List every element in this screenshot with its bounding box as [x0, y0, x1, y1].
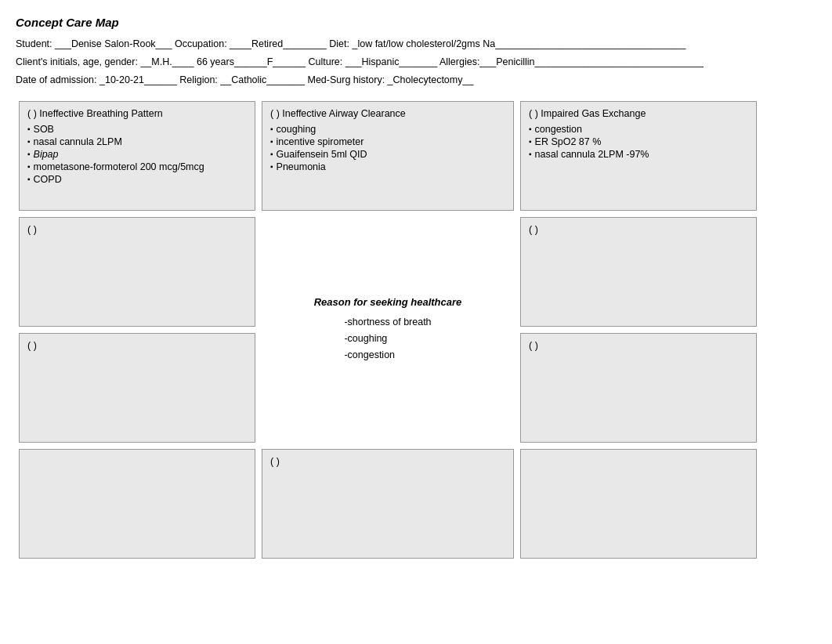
card-empty-4right: [520, 449, 757, 559]
card3-item1: congestion: [529, 124, 748, 135]
reason-items: -shortness of breath -coughing -congesti…: [344, 314, 431, 364]
card1-item2: nasal cannula 2LPM: [27, 136, 247, 147]
reason-item1: -shortness of breath: [344, 314, 431, 331]
client-line: Client's initials, age, gender: __M.H.__…: [16, 55, 816, 70]
card-empty-2right: ( ): [520, 217, 757, 327]
date-line: Date of admission: _10-20-21______ Relig…: [16, 73, 816, 88]
reason-item3: -congestion: [344, 347, 431, 364]
card-empty-3right: ( ): [520, 333, 757, 443]
card-bottom-center-title: ( ): [270, 456, 505, 467]
card-impaired-gas: ( ) Impaired Gas Exchange congestion ER …: [520, 101, 757, 211]
card2-item3: Guaifensein 5ml QID: [270, 149, 505, 160]
card-ineffective-airway: ( ) Ineffective Airway Clearance coughin…: [262, 101, 514, 211]
student-line: Student: ___Denise Salon-Rook___ Occupat…: [16, 37, 816, 52]
card-empty-2left: ( ): [19, 217, 255, 327]
card3-item3: nasal cannula 2LPM -97%: [529, 149, 748, 160]
card2-title: ( ) Ineffective Airway Clearance: [270, 108, 505, 119]
card3-item2: ER SpO2 87 %: [529, 136, 748, 147]
card2-item4: Pneumonia: [270, 161, 505, 172]
reason-title: Reason for seeking healthcare: [314, 296, 462, 308]
card4-title: ( ): [27, 224, 247, 235]
card1-item5: COPD: [27, 174, 247, 185]
card1-title: ( ) Ineffective Breathing Pattern: [27, 108, 247, 119]
card-ineffective-breathing: ( ) Ineffective Breathing Pattern SOB na…: [19, 101, 255, 211]
card3-title: ( ) Impaired Gas Exchange: [529, 108, 748, 119]
card6-title: ( ): [27, 340, 247, 351]
card5-title: ( ): [529, 224, 748, 235]
center-panel: Reason for seeking healthcare -shortness…: [262, 217, 514, 443]
card1-item3: Bipap: [27, 149, 247, 160]
reason-item2: -coughing: [344, 331, 431, 347]
page-title: Concept Care Map: [16, 16, 816, 29]
card-empty-3left: ( ): [19, 333, 255, 443]
card-empty-4left: [19, 449, 255, 559]
card2-item2: incentive spirometer: [270, 136, 505, 147]
card2-item1: coughing: [270, 124, 505, 135]
card1-item4: mometasone-formoterol 200 mcg/5mcg: [27, 161, 247, 172]
card1-item1: SOB: [27, 124, 247, 135]
card-empty-4center: ( ): [262, 449, 514, 559]
card7-title: ( ): [529, 340, 748, 351]
